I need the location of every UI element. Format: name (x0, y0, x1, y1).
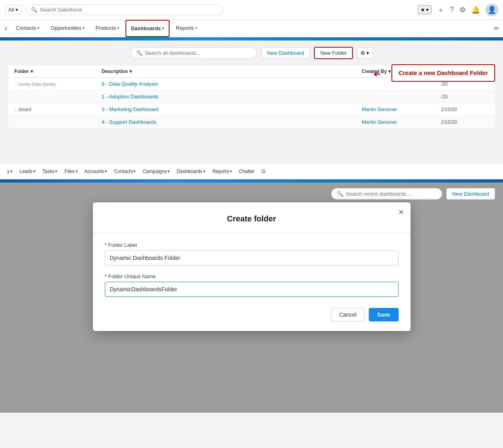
save-button[interactable]: Save (369, 308, 399, 321)
nav-right-actions: ★ ▾ ＋ ? ⚙ 🔔 👤 (418, 4, 498, 16)
nav-contacts-chevron: ▾ (37, 26, 39, 30)
search-recent-icon: 🔍 (337, 191, 343, 197)
blue-banner-top (0, 37, 503, 40)
bottom-nav-item-accounts[interactable]: Accounts▾ (81, 163, 110, 179)
global-search-input[interactable] (40, 7, 218, 13)
folder-link-4[interactable]: 4 - Support Dashboards (102, 119, 156, 125)
nav-item-dashboards[interactable]: Dashboards ▾ (125, 20, 170, 37)
search-dashboards-icon: 🔍 (136, 50, 143, 56)
nav-opportunities-chevron: ▾ (83, 26, 85, 30)
creator-link-4[interactable]: Martin Gessner (362, 119, 397, 125)
nav-item-reports[interactable]: Reports ▾ (171, 20, 202, 37)
global-search-bar: 🔍 (25, 4, 224, 15)
modal-backdrop: 🔍 New Dashboard ✕ Create folder * Folder… (0, 183, 503, 413)
col-desc-sort: ▾ (129, 69, 132, 74)
bottom-nav-item-s[interactable]: s▾ (4, 163, 15, 179)
col-header-description[interactable]: Description ▾ (102, 69, 362, 74)
search-recent-input[interactable] (346, 191, 436, 197)
bottom-nav-item-leads[interactable]: Leads▾ (16, 163, 39, 179)
app-navigation: ∨ Contacts ▾ Opportunities ▾ Products ▾ … (0, 20, 503, 37)
avatar-icon: 👤 (488, 6, 496, 14)
new-folder-button[interactable]: New Folder (314, 47, 353, 59)
bottom-nav-item-reports2[interactable]: Reports▾ (209, 163, 235, 179)
col-createdby-sort: ▾ (388, 69, 391, 74)
required-star-2: * (105, 273, 107, 279)
folder-link-3[interactable]: 3 - Marketing Dashboard (102, 106, 158, 112)
bottom-nav-item-dashboards2[interactable]: Dashboards▾ (173, 163, 208, 179)
bottom-nav-item-contacts[interactable]: Contacts▾ (111, 163, 139, 179)
nav-dashboards-label: Dashboards (131, 25, 161, 31)
help-icon[interactable]: ? (450, 6, 454, 14)
new-dashboard-button[interactable]: New Dashboard (261, 47, 310, 59)
folder-link-2[interactable]: 1 - Adoption Dashboards (102, 94, 158, 100)
blue-banner-bottom (0, 179, 503, 183)
top-navigation: All ▾ 🔍 ★ ▾ ＋ ? ⚙ 🔔 👤 (0, 0, 503, 20)
gear-icon: ⚙ (360, 50, 365, 56)
bottom-nav-item-campaigns[interactable]: Campaigns▾ (139, 163, 173, 179)
nav-reports-chevron: ▾ (195, 26, 197, 30)
annotation-text: Create a new Dashboard Folder (399, 69, 488, 76)
new-dashboard-button-2[interactable]: New Dashboard (446, 188, 495, 200)
all-chevron: ▾ (15, 7, 18, 13)
dashboard-content-area: 🔍 New Dashboard New Folder ⚙ ▾ Folder ▾ … (0, 40, 503, 163)
folder-label-label: * Folder Label (105, 242, 399, 248)
table-row: 4 - Support Dashboards Martin Gessner 2/… (8, 116, 495, 129)
nav-contacts-label: Contacts (16, 25, 36, 31)
nav-opportunities-label: Opportunities (50, 25, 81, 31)
col-header-folder[interactable]: Folder ▾ (14, 69, 102, 74)
required-star-1: * (105, 242, 107, 248)
folder-unique-label: * Folder Unique Name (105, 273, 399, 279)
settings-icon[interactable]: ⚙ (459, 6, 466, 14)
nav-item-opportunities[interactable]: Opportunities ▾ (46, 20, 89, 37)
bottom-app-navigation: s▾ Leads▾ Tasks▾ Files▾ Accounts▾ Contac… (0, 163, 503, 179)
second-toolbar: 🔍 New Dashboard (0, 183, 503, 205)
modal-title: Create folder (105, 214, 399, 223)
all-label: All (8, 7, 14, 13)
folder-link-1[interactable]: 6 - Data Quality Analysis (102, 81, 158, 87)
creator-link-3[interactable]: Martin Gessner (362, 106, 397, 112)
modal-footer: Cancel Save (105, 308, 399, 321)
folder-label-input[interactable] (105, 250, 399, 265)
folder-label-text: Folder Label (108, 242, 137, 248)
nav-collapse-icon[interactable]: ∨ (4, 25, 8, 31)
nav-dashboards-chevron: ▾ (162, 26, 164, 31)
search-recent-bar: 🔍 (331, 188, 442, 200)
search-dashboards-bar: 🔍 (130, 47, 257, 59)
annotation-box: Create a new Dashboard Folder (391, 64, 495, 82)
dashboard-toolbar: 🔍 New Dashboard New Folder ⚙ ▾ (8, 47, 495, 59)
bottom-nav-item-g[interactable]: G (258, 163, 268, 179)
modal-close-button[interactable]: ✕ (398, 208, 404, 217)
star-icon: ★ (420, 7, 425, 13)
nav-reports-label: Reports (176, 25, 194, 31)
folder-unique-input[interactable] (105, 282, 399, 297)
bottom-nav-item-chatter[interactable]: Chatter (236, 163, 258, 179)
gear-chevron: ▾ (366, 50, 369, 56)
bottom-nav-item-tasks[interactable]: Tasks▾ (39, 163, 61, 179)
nav-products-label: Products (96, 25, 116, 31)
folder-label-group: * Folder Label (105, 242, 399, 265)
search-dashboards-input[interactable] (145, 50, 251, 56)
modal-divider (93, 233, 410, 233)
bottom-nav-item-files[interactable]: Files▾ (61, 163, 80, 179)
cancel-button[interactable]: Cancel (331, 308, 365, 321)
annotation-arrow: ➜ (374, 69, 381, 79)
favorites-button[interactable]: ★ ▾ (418, 5, 432, 14)
folder-unique-name-group: * Folder Unique Name (105, 273, 399, 297)
table-row: …board 3 - Marketing Dashboard Martin Ge… (8, 103, 495, 116)
search-icon: 🔍 (31, 7, 37, 13)
table-row: 1 - Adoption Dashboards /20 (8, 90, 495, 103)
nav-products-chevron: ▾ (117, 26, 119, 30)
all-dropdown-button[interactable]: All ▾ (5, 5, 22, 15)
nav-item-products[interactable]: Products ▾ (91, 20, 124, 37)
nav-edit-icon[interactable]: ✏ (494, 25, 499, 32)
nav-item-contacts[interactable]: Contacts ▾ (11, 20, 44, 37)
col-description-label: Description (102, 69, 128, 74)
col-folder-sort: ▾ (31, 69, 33, 74)
folder-unique-text: Folder Unique Name (108, 273, 156, 279)
bell-icon[interactable]: 🔔 (471, 6, 480, 14)
col-folder-label: Folder (14, 69, 29, 74)
favorites-chevron: ▾ (426, 7, 429, 13)
gear-dropdown-button[interactable]: ⚙ ▾ (357, 47, 373, 59)
add-icon[interactable]: ＋ (437, 5, 444, 15)
avatar[interactable]: 👤 (486, 4, 498, 16)
